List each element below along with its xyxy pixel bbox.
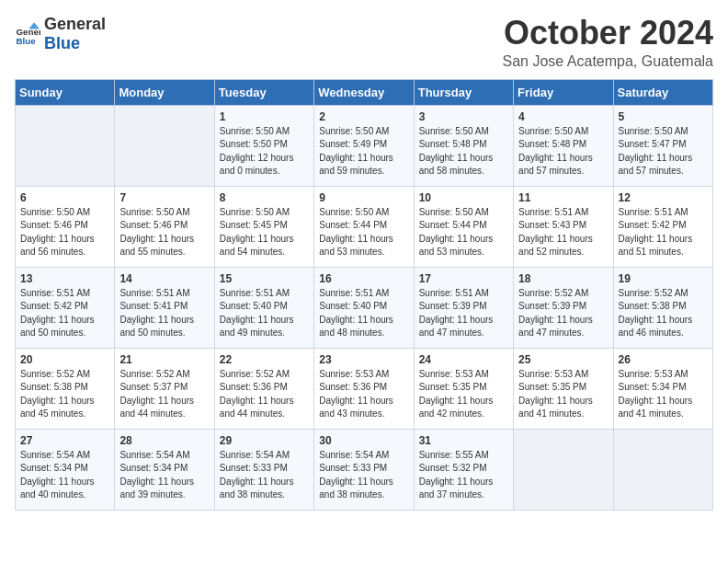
- day-number: 31: [419, 434, 508, 447]
- header-cell-sunday: Sunday: [16, 79, 115, 105]
- calendar-body: 1Sunrise: 5:50 AM Sunset: 5:50 PM Daylig…: [16, 105, 713, 510]
- day-cell: 16Sunrise: 5:51 AM Sunset: 5:40 PM Dayli…: [314, 267, 414, 348]
- day-info: Sunrise: 5:52 AM Sunset: 5:39 PM Dayligh…: [518, 287, 608, 340]
- day-number: 29: [220, 434, 309, 447]
- day-number: 25: [518, 353, 608, 366]
- day-number: 23: [319, 353, 408, 366]
- week-row-2: 6Sunrise: 5:50 AM Sunset: 5:46 PM Daylig…: [16, 186, 713, 267]
- logo-general-text: General: [44, 15, 106, 33]
- location-title: San Jose Acatempa, Guatemala: [503, 53, 713, 70]
- day-cell: 19Sunrise: 5:52 AM Sunset: 5:38 PM Dayli…: [613, 267, 712, 348]
- day-info: Sunrise: 5:54 AM Sunset: 5:34 PM Dayligh…: [20, 449, 109, 502]
- day-number: 14: [119, 272, 209, 285]
- day-cell: 28Sunrise: 5:54 AM Sunset: 5:34 PM Dayli…: [115, 429, 214, 510]
- week-row-1: 1Sunrise: 5:50 AM Sunset: 5:50 PM Daylig…: [16, 105, 713, 186]
- header-cell-friday: Friday: [514, 79, 613, 105]
- calendar-table: SundayMondayTuesdayWednesdayThursdayFrid…: [15, 79, 713, 511]
- day-number: 30: [319, 434, 408, 447]
- day-number: 22: [220, 353, 309, 366]
- day-info: Sunrise: 5:51 AM Sunset: 5:40 PM Dayligh…: [220, 287, 309, 340]
- svg-text:Blue: Blue: [16, 36, 36, 46]
- day-info: Sunrise: 5:53 AM Sunset: 5:36 PM Dayligh…: [319, 368, 408, 421]
- day-info: Sunrise: 5:51 AM Sunset: 5:43 PM Dayligh…: [518, 206, 608, 259]
- day-info: Sunrise: 5:53 AM Sunset: 5:35 PM Dayligh…: [518, 368, 608, 421]
- day-number: 8: [220, 191, 309, 204]
- day-cell: 2Sunrise: 5:50 AM Sunset: 5:49 PM Daylig…: [314, 105, 414, 186]
- day-cell: 20Sunrise: 5:52 AM Sunset: 5:38 PM Dayli…: [16, 348, 115, 429]
- day-number: 17: [419, 272, 508, 285]
- day-info: Sunrise: 5:50 AM Sunset: 5:45 PM Dayligh…: [220, 206, 309, 259]
- week-row-4: 20Sunrise: 5:52 AM Sunset: 5:38 PM Dayli…: [16, 348, 713, 429]
- day-cell: 26Sunrise: 5:53 AM Sunset: 5:34 PM Dayli…: [613, 348, 712, 429]
- day-number: 6: [20, 191, 109, 204]
- day-info: Sunrise: 5:50 AM Sunset: 5:48 PM Dayligh…: [518, 125, 608, 178]
- day-cell: 27Sunrise: 5:54 AM Sunset: 5:34 PM Dayli…: [16, 429, 115, 510]
- logo: General Blue General Blue: [15, 15, 106, 53]
- day-cell: 30Sunrise: 5:54 AM Sunset: 5:33 PM Dayli…: [314, 429, 414, 510]
- day-number: 24: [419, 353, 508, 366]
- day-cell: 31Sunrise: 5:55 AM Sunset: 5:32 PM Dayli…: [414, 429, 513, 510]
- calendar-header: SundayMondayTuesdayWednesdayThursdayFrid…: [16, 79, 713, 105]
- day-info: Sunrise: 5:51 AM Sunset: 5:42 PM Dayligh…: [20, 287, 109, 340]
- day-info: Sunrise: 5:51 AM Sunset: 5:42 PM Dayligh…: [619, 206, 708, 259]
- header-row: SundayMondayTuesdayWednesdayThursdayFrid…: [16, 79, 713, 105]
- day-cell: 13Sunrise: 5:51 AM Sunset: 5:42 PM Dayli…: [16, 267, 115, 348]
- header-cell-thursday: Thursday: [414, 79, 513, 105]
- header-cell-wednesday: Wednesday: [314, 79, 414, 105]
- day-number: 28: [119, 434, 209, 447]
- logo-icon: General Blue: [15, 21, 40, 47]
- day-cell: [613, 429, 712, 510]
- day-number: 13: [20, 272, 109, 285]
- day-info: Sunrise: 5:50 AM Sunset: 5:44 PM Dayligh…: [419, 206, 508, 259]
- day-number: 15: [220, 272, 309, 285]
- day-cell: 5Sunrise: 5:50 AM Sunset: 5:47 PM Daylig…: [613, 105, 712, 186]
- day-cell: [514, 429, 613, 510]
- day-number: 27: [20, 434, 109, 447]
- day-info: Sunrise: 5:50 AM Sunset: 5:49 PM Dayligh…: [319, 125, 408, 178]
- day-info: Sunrise: 5:50 AM Sunset: 5:44 PM Dayligh…: [319, 206, 408, 259]
- day-info: Sunrise: 5:54 AM Sunset: 5:33 PM Dayligh…: [319, 449, 408, 502]
- day-info: Sunrise: 5:53 AM Sunset: 5:35 PM Dayligh…: [419, 368, 508, 421]
- day-cell: 18Sunrise: 5:52 AM Sunset: 5:39 PM Dayli…: [514, 267, 613, 348]
- header-cell-saturday: Saturday: [613, 79, 712, 105]
- title-block: October 2024 San Jose Acatempa, Guatemal…: [503, 15, 713, 70]
- day-number: 7: [119, 191, 209, 204]
- day-cell: 24Sunrise: 5:53 AM Sunset: 5:35 PM Dayli…: [414, 348, 513, 429]
- day-cell: 4Sunrise: 5:50 AM Sunset: 5:48 PM Daylig…: [514, 105, 613, 186]
- page-header: General Blue General Blue October 2024 S…: [15, 15, 713, 70]
- day-number: 11: [518, 191, 608, 204]
- day-number: 10: [419, 191, 508, 204]
- day-info: Sunrise: 5:55 AM Sunset: 5:32 PM Dayligh…: [419, 449, 508, 502]
- day-number: 5: [619, 110, 708, 123]
- day-cell: 1Sunrise: 5:50 AM Sunset: 5:50 PM Daylig…: [214, 105, 313, 186]
- day-number: 9: [319, 191, 408, 204]
- day-number: 21: [119, 353, 209, 366]
- day-cell: 15Sunrise: 5:51 AM Sunset: 5:40 PM Dayli…: [214, 267, 313, 348]
- logo-blue-text: Blue: [44, 34, 80, 52]
- day-info: Sunrise: 5:51 AM Sunset: 5:39 PM Dayligh…: [419, 287, 508, 340]
- svg-marker-3: [28, 22, 39, 29]
- day-info: Sunrise: 5:51 AM Sunset: 5:41 PM Dayligh…: [119, 287, 209, 340]
- header-cell-tuesday: Tuesday: [214, 79, 313, 105]
- day-number: 16: [319, 272, 408, 285]
- week-row-5: 27Sunrise: 5:54 AM Sunset: 5:34 PM Dayli…: [16, 429, 713, 510]
- day-cell: [115, 105, 214, 186]
- day-info: Sunrise: 5:50 AM Sunset: 5:47 PM Dayligh…: [619, 125, 708, 178]
- day-cell: 11Sunrise: 5:51 AM Sunset: 5:43 PM Dayli…: [514, 186, 613, 267]
- day-cell: 12Sunrise: 5:51 AM Sunset: 5:42 PM Dayli…: [613, 186, 712, 267]
- day-info: Sunrise: 5:50 AM Sunset: 5:46 PM Dayligh…: [119, 206, 209, 259]
- day-cell: 7Sunrise: 5:50 AM Sunset: 5:46 PM Daylig…: [115, 186, 214, 267]
- day-info: Sunrise: 5:52 AM Sunset: 5:38 PM Dayligh…: [20, 368, 109, 421]
- day-info: Sunrise: 5:53 AM Sunset: 5:34 PM Dayligh…: [619, 368, 708, 421]
- day-info: Sunrise: 5:50 AM Sunset: 5:50 PM Dayligh…: [220, 125, 309, 178]
- day-number: 3: [419, 110, 508, 123]
- day-number: 20: [20, 353, 109, 366]
- day-cell: 10Sunrise: 5:50 AM Sunset: 5:44 PM Dayli…: [414, 186, 513, 267]
- day-info: Sunrise: 5:50 AM Sunset: 5:48 PM Dayligh…: [419, 125, 508, 178]
- day-cell: 3Sunrise: 5:50 AM Sunset: 5:48 PM Daylig…: [414, 105, 513, 186]
- day-number: 19: [619, 272, 708, 285]
- week-row-3: 13Sunrise: 5:51 AM Sunset: 5:42 PM Dayli…: [16, 267, 713, 348]
- day-cell: [16, 105, 115, 186]
- day-number: 12: [619, 191, 708, 204]
- day-cell: 14Sunrise: 5:51 AM Sunset: 5:41 PM Dayli…: [115, 267, 214, 348]
